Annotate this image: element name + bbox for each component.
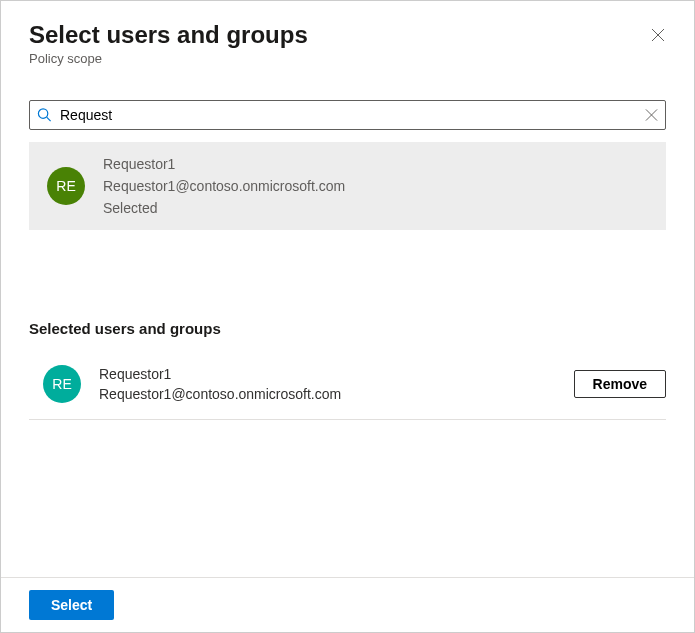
remove-button[interactable]: Remove bbox=[574, 370, 666, 398]
close-button[interactable] bbox=[646, 23, 670, 47]
selected-email: Requestor1@contoso.onmicrosoft.com bbox=[99, 386, 556, 402]
selected-list: RE Requestor1 Requestor1@contoso.onmicro… bbox=[29, 361, 666, 420]
panel-title: Select users and groups bbox=[29, 21, 666, 49]
panel-subtitle: Policy scope bbox=[29, 51, 666, 66]
select-button[interactable]: Select bbox=[29, 590, 114, 620]
panel-header: Select users and groups Policy scope bbox=[1, 1, 694, 74]
clear-search-icon[interactable] bbox=[645, 109, 658, 122]
avatar: RE bbox=[43, 365, 81, 403]
result-email: Requestor1@contoso.onmicrosoft.com bbox=[103, 178, 345, 194]
selected-text: Requestor1 Requestor1@contoso.onmicrosof… bbox=[99, 366, 556, 402]
selected-name: Requestor1 bbox=[99, 366, 556, 382]
panel-footer: Select bbox=[1, 577, 694, 632]
search-result-item[interactable]: RE Requestor1 Requestor1@contoso.onmicro… bbox=[29, 142, 666, 230]
selected-item: RE Requestor1 Requestor1@contoso.onmicro… bbox=[29, 361, 666, 420]
panel-content: RE Requestor1 Requestor1@contoso.onmicro… bbox=[1, 74, 694, 577]
result-text: Requestor1 Requestor1@contoso.onmicrosof… bbox=[103, 156, 345, 216]
close-icon bbox=[651, 28, 665, 42]
search-input[interactable] bbox=[29, 100, 666, 130]
selected-heading: Selected users and groups bbox=[29, 320, 666, 337]
result-status: Selected bbox=[103, 200, 345, 216]
avatar: RE bbox=[47, 167, 85, 205]
search-wrapper bbox=[29, 100, 666, 130]
result-name: Requestor1 bbox=[103, 156, 345, 172]
